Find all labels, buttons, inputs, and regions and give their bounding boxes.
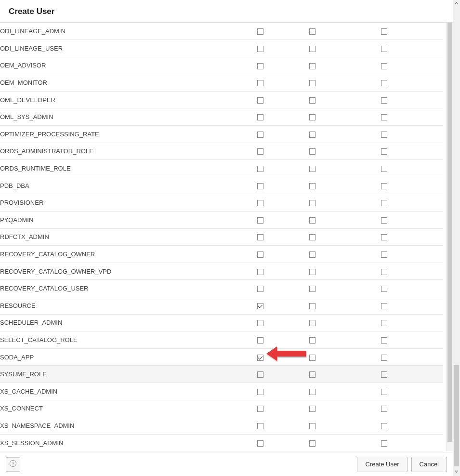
role-checkbox[interactable] (309, 440, 315, 447)
help-button[interactable]: ? (6, 457, 20, 472)
table-row[interactable]: OPTIMIZER_PROCESSING_RATE (0, 126, 443, 143)
role-checkbox[interactable] (309, 303, 315, 309)
role-checkbox[interactable] (309, 148, 315, 155)
role-checkbox[interactable] (381, 80, 387, 86)
table-row[interactable]: RDFCTX_ADMIN (0, 228, 443, 246)
role-checkbox[interactable] (309, 166, 315, 172)
role-checkbox[interactable] (257, 389, 263, 395)
table-row[interactable]: RECOVERY_CATALOG_USER (0, 280, 443, 297)
role-checkbox[interactable] (257, 355, 263, 361)
role-checkbox[interactable] (257, 132, 263, 138)
role-checkbox[interactable] (381, 389, 387, 395)
role-checkbox[interactable] (257, 234, 263, 240)
role-checkbox[interactable] (309, 251, 315, 258)
table-row[interactable]: ORDS_ADMINISTRATOR_ROLE (0, 143, 443, 160)
table-row[interactable]: SYSUMF_ROLE (0, 366, 443, 383)
role-checkbox[interactable] (381, 371, 387, 378)
role-checkbox[interactable] (257, 320, 263, 326)
role-checkbox[interactable] (381, 320, 387, 326)
role-checkbox[interactable] (381, 217, 387, 224)
role-checkbox[interactable] (309, 423, 315, 429)
role-checkbox[interactable] (257, 251, 263, 258)
role-checkbox[interactable] (257, 371, 263, 378)
role-checkbox[interactable] (257, 286, 263, 292)
role-checkbox[interactable] (381, 440, 387, 447)
role-checkbox[interactable] (309, 132, 315, 138)
table-row[interactable]: SODA_APP (0, 348, 443, 366)
role-checkbox[interactable] (381, 166, 387, 172)
role-checkbox[interactable] (257, 200, 263, 206)
role-checkbox[interactable] (309, 97, 315, 104)
role-checkbox[interactable] (257, 148, 263, 155)
role-checkbox[interactable] (309, 28, 315, 35)
table-row[interactable]: XS_CONNECT (0, 400, 443, 417)
role-checkbox[interactable] (381, 132, 387, 138)
role-checkbox[interactable] (309, 286, 315, 292)
role-checkbox[interactable] (309, 337, 315, 344)
role-checkbox[interactable] (381, 406, 387, 412)
role-checkbox[interactable] (309, 183, 315, 189)
role-checkbox[interactable] (309, 217, 315, 224)
role-checkbox[interactable] (381, 234, 387, 240)
table-row[interactable]: RESOURCE (0, 297, 443, 315)
role-checkbox[interactable] (309, 406, 315, 412)
role-checkbox[interactable] (381, 28, 387, 35)
create-user-button[interactable]: Create User (357, 457, 407, 472)
role-checkbox[interactable] (309, 371, 315, 378)
table-row[interactable]: OML_SYS_ADMIN (0, 108, 443, 126)
cancel-button[interactable]: Cancel (411, 457, 447, 472)
role-checkbox[interactable] (309, 63, 315, 69)
role-checkbox[interactable] (381, 303, 387, 309)
role-checkbox[interactable] (309, 389, 315, 395)
table-row[interactable]: PDB_DBA (0, 177, 443, 194)
table-row[interactable]: PYQADMIN (0, 212, 443, 229)
table-row[interactable]: SELECT_CATALOG_ROLE (0, 331, 443, 349)
role-checkbox[interactable] (381, 337, 387, 344)
table-row[interactable]: XS_SESSION_ADMIN (0, 434, 443, 451)
role-checkbox[interactable] (381, 200, 387, 206)
outer-scrollbar[interactable] (453, 0, 460, 476)
role-checkbox[interactable] (257, 337, 263, 344)
table-row[interactable]: ODI_LINEAGE_USER (0, 40, 443, 57)
role-checkbox[interactable] (257, 114, 263, 120)
role-checkbox[interactable] (309, 200, 315, 206)
role-checkbox[interactable] (257, 217, 263, 224)
outer-scrollbar-thumb[interactable] (454, 365, 459, 466)
table-row[interactable]: RECOVERY_CATALOG_OWNER_VPD (0, 263, 443, 280)
role-checkbox[interactable] (309, 355, 315, 361)
role-checkbox[interactable] (381, 286, 387, 292)
role-checkbox[interactable] (257, 80, 263, 86)
role-checkbox[interactable] (257, 97, 263, 104)
inner-scrollbar[interactable] (446, 23, 453, 451)
role-checkbox[interactable] (381, 97, 387, 104)
role-checkbox[interactable] (257, 28, 263, 35)
role-checkbox[interactable] (309, 234, 315, 240)
role-checkbox[interactable] (309, 320, 315, 326)
role-checkbox[interactable] (257, 269, 263, 275)
role-checkbox[interactable] (381, 114, 387, 120)
role-checkbox[interactable] (381, 251, 387, 258)
role-checkbox[interactable] (381, 46, 387, 52)
role-checkbox[interactable] (381, 423, 387, 429)
role-checkbox[interactable] (381, 355, 387, 361)
table-row[interactable]: RECOVERY_CATALOG_OWNER (0, 246, 443, 263)
table-row[interactable]: PROVISIONER (0, 194, 443, 212)
role-checkbox[interactable] (257, 423, 263, 429)
role-checkbox[interactable] (309, 46, 315, 52)
table-row[interactable]: OEM_MONITOR (0, 74, 443, 92)
table-row[interactable]: XS_NAMESPACE_ADMIN (0, 417, 443, 435)
table-row[interactable]: ODI_LINEAGE_ADMIN (0, 23, 443, 40)
scroll-up-icon[interactable] (453, 0, 460, 8)
role-checkbox[interactable] (381, 148, 387, 155)
role-checkbox[interactable] (257, 406, 263, 412)
table-row[interactable]: XS_CACHE_ADMIN (0, 383, 443, 400)
role-checkbox[interactable] (257, 166, 263, 172)
table-row[interactable]: OML_DEVELOPER (0, 91, 443, 108)
table-row[interactable]: ORDS_RUNTIME_ROLE (0, 160, 443, 177)
role-checkbox[interactable] (381, 183, 387, 189)
role-checkbox[interactable] (381, 63, 387, 69)
role-checkbox[interactable] (257, 440, 263, 447)
role-checkbox[interactable] (257, 46, 263, 52)
role-checkbox[interactable] (309, 80, 315, 86)
role-checkbox[interactable] (309, 269, 315, 275)
